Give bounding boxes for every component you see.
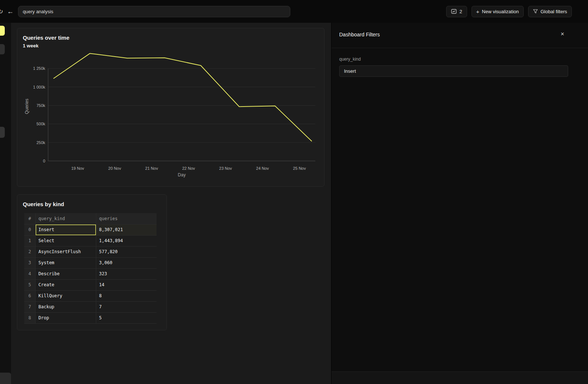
main-content: 0250k500k750k1 000k1 250k19 Nov20 Nov21 … — [11, 23, 331, 384]
query-kind-cell[interactable]: Backup — [35, 301, 96, 312]
visualization-count-label: 2 — [459, 9, 462, 14]
query-kind-cell[interactable]: Insert — [35, 224, 96, 235]
queries-count-cell[interactable]: 7 — [96, 301, 157, 312]
svg-text:21 Nov: 21 Nov — [145, 166, 158, 171]
svg-text:Day: Day — [178, 172, 186, 177]
queries-count-cell[interactable]: 8,307,021 — [96, 224, 157, 235]
history-icon[interactable]: ↻ — [0, 8, 4, 15]
queries-over-time-card: 0250k500k750k1 000k1 250k19 Nov20 Nov21 … — [17, 28, 325, 187]
svg-text:20 Nov: 20 Nov — [108, 166, 121, 171]
svg-text:1 250k: 1 250k — [33, 66, 46, 71]
row-index-cell: 4 — [24, 268, 35, 279]
global-filters-label: Global filters — [541, 9, 567, 14]
row-index-cell: 7 — [24, 301, 35, 312]
left-sidebar-rail — [0, 23, 11, 384]
new-visualization-label: New visualization — [482, 9, 519, 14]
query-kind-cell[interactable]: Drop — [35, 312, 96, 323]
visualization-count-icon — [451, 8, 457, 14]
query-kind-cell[interactable]: AsyncInsertFlush — [35, 246, 96, 257]
row-index-cell: 5 — [24, 279, 35, 290]
query-kind-cell[interactable]: Select — [35, 235, 96, 246]
row-index-cell: 2 — [24, 246, 35, 257]
svg-text:500k: 500k — [36, 122, 45, 126]
chart-card-subtitle: 1 week — [23, 43, 39, 49]
queries-count-cell[interactable]: 1,443,894 — [96, 235, 157, 246]
svg-text:250k: 250k — [36, 140, 45, 145]
query-kind-cell[interactable]: System — [35, 257, 96, 268]
dashboard-title-input[interactable] — [18, 6, 290, 17]
topbar: ↻ ← 2 + New visualization Global filters — [0, 0, 588, 23]
table-row[interactable]: 4Describe323 — [24, 268, 157, 279]
row-index-cell: 6 — [24, 290, 35, 301]
svg-text:Queries: Queries — [24, 98, 29, 114]
back-button[interactable]: ← — [4, 8, 17, 15]
svg-text:25 Nov: 25 Nov — [293, 166, 306, 171]
query-kind-cell[interactable]: KillQuery — [35, 290, 96, 301]
table-row[interactable]: 2AsyncInsertFlush577,820 — [24, 246, 157, 257]
row-index-cell: 8 — [24, 312, 35, 323]
table-row[interactable]: 6KillQuery8 — [24, 290, 157, 301]
svg-text:23 Nov: 23 Nov — [219, 166, 232, 171]
queries-count-cell[interactable]: 577,820 — [96, 246, 157, 257]
visualization-count-button[interactable]: 2 — [446, 6, 467, 17]
sidebar-item-active[interactable] — [0, 26, 5, 36]
sidebar-item[interactable] — [0, 127, 5, 138]
query-kind-filter-input[interactable] — [339, 65, 568, 77]
queries-count-cell[interactable]: 8 — [96, 290, 157, 301]
query-kind-cell[interactable]: Create — [35, 279, 96, 290]
svg-text:19 Nov: 19 Nov — [71, 166, 84, 171]
queries-count-cell[interactable]: 323 — [96, 268, 157, 279]
table-row[interactable]: 1Select1,443,894 — [24, 235, 157, 246]
filter-field-label: query_kind — [339, 57, 361, 62]
queries-count-cell[interactable]: 5 — [96, 312, 157, 323]
table-column-header: # — [24, 213, 35, 224]
query-kind-cell[interactable]: Describe — [35, 268, 96, 279]
queries-count-cell[interactable]: 3,060 — [96, 257, 157, 268]
filters-panel-title: Dashboard Filters — [339, 32, 380, 37]
filter-funnel-icon — [533, 9, 538, 14]
queries-by-kind-card: Queries by kind #query_kindqueries 0Inse… — [17, 194, 167, 330]
dashboard-filters-panel: Dashboard Filters ✕ query_kind — [331, 23, 588, 384]
table-row[interactable]: 3System3,060 — [24, 257, 157, 268]
global-filters-button[interactable]: Global filters — [528, 6, 572, 17]
table-card-title: Queries by kind — [23, 201, 64, 207]
table-row[interactable]: 7Backup7 — [24, 301, 157, 312]
row-index-cell: 0 — [24, 224, 35, 235]
new-visualization-button[interactable]: + New visualization — [472, 6, 524, 17]
table-column-header: query_kind — [35, 213, 96, 224]
svg-text:0: 0 — [43, 159, 45, 163]
filters-panel-footer — [331, 372, 588, 384]
table-header: #query_kindqueries — [24, 213, 157, 224]
queries-over-time-chart: 0250k500k750k1 000k1 250k19 Nov20 Nov21 … — [17, 28, 325, 186]
queries-by-kind-table: #query_kindqueries 0Insert8,307,0211Sele… — [24, 213, 157, 324]
filters-panel-divider — [331, 48, 588, 48]
row-index-cell: 3 — [24, 257, 35, 268]
table-row[interactable]: 0Insert8,307,021 — [24, 224, 157, 235]
close-icon[interactable]: ✕ — [560, 31, 564, 37]
table-column-header: queries — [96, 213, 157, 224]
svg-text:750k: 750k — [36, 103, 45, 108]
table-row[interactable]: 8Drop5 — [24, 312, 157, 323]
table-row[interactable]: 5Create14 — [24, 279, 157, 290]
chart-card-title: Queries over time — [23, 35, 69, 41]
row-index-cell: 1 — [24, 235, 35, 246]
svg-text:1 000k: 1 000k — [33, 85, 46, 89]
svg-text:24 Nov: 24 Nov — [256, 166, 269, 171]
sidebar-item[interactable] — [0, 44, 5, 54]
sidebar-bottom-item[interactable] — [0, 373, 11, 384]
queries-count-cell[interactable]: 14 — [96, 279, 157, 290]
plus-icon: + — [476, 9, 480, 14]
svg-text:22 Nov: 22 Nov — [182, 166, 195, 171]
